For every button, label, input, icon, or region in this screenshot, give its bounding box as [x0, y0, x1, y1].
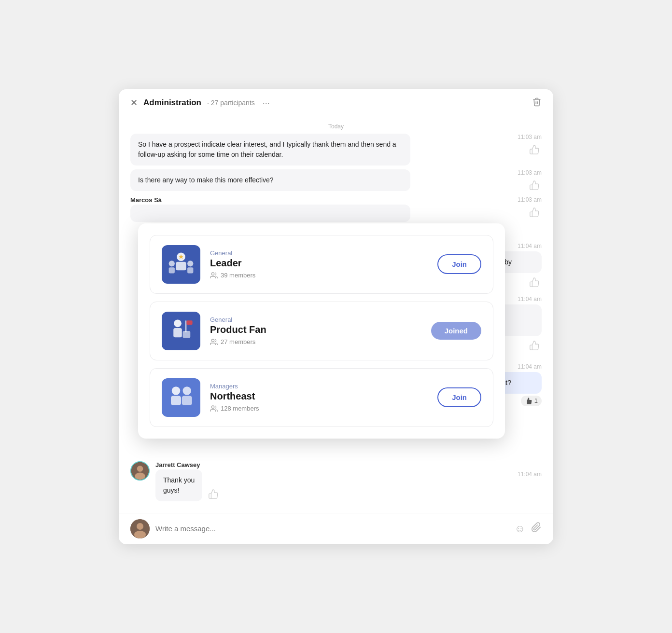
svg-point-13 — [211, 339, 214, 342]
like-count: 1 — [521, 396, 542, 406]
group-icon-leader — [162, 245, 200, 284]
like-button[interactable] — [527, 142, 542, 157]
message-row: So I have a prospect indicate clear inte… — [130, 134, 542, 165]
message-row: Is there any way to make this more effec… — [130, 169, 542, 193]
svg-rect-5 — [187, 267, 193, 273]
svg-point-4 — [187, 261, 193, 266]
join-leader-button[interactable]: Join — [437, 254, 481, 274]
group-icon-product-fan — [162, 312, 200, 350]
message-time: 11:04 am — [518, 296, 542, 303]
message-bubble — [130, 205, 410, 222]
group-item-product-fan: General Product Fan 27 members Joined — [150, 302, 493, 360]
message-bubble: Is there any way to make this more effec… — [130, 169, 410, 191]
chat-window: ✕ Administration · 27 participants ··· T… — [119, 89, 553, 544]
svg-rect-11 — [186, 320, 192, 325]
group-name: Leader — [210, 258, 428, 269]
message-time: 11:03 am — [518, 196, 542, 203]
group-join-popup: General Leader 39 members Join — [138, 223, 505, 439]
svg-rect-10 — [185, 320, 187, 332]
message-time: 11:04 am — [518, 471, 542, 478]
message-input[interactable] — [155, 524, 509, 533]
group-item-leader: General Leader 39 members Join — [150, 235, 493, 294]
group-icon-northeast — [162, 378, 200, 417]
svg-point-23 — [137, 523, 143, 530]
svg-point-16 — [183, 386, 192, 395]
group-info-northeast: Managers Northeast 128 members — [210, 383, 428, 413]
group-item-northeast: Managers Northeast 128 members Join — [150, 368, 493, 427]
group-category: General — [210, 249, 428, 257]
svg-rect-15 — [171, 396, 181, 405]
group-info-leader: General Leader 39 members — [210, 249, 428, 279]
like-button[interactable] — [527, 338, 542, 353]
attachment-button[interactable] — [531, 522, 542, 536]
close-button[interactable]: ✕ — [130, 97, 138, 108]
message-row: Marcos Sá 11:03 am — [130, 196, 542, 222]
input-avatar — [130, 519, 150, 538]
group-name: Northeast — [210, 391, 428, 402]
svg-rect-3 — [169, 267, 175, 273]
message-bubble: So I have a prospect indicate clear inte… — [130, 134, 410, 165]
svg-rect-12 — [183, 331, 191, 338]
group-members: 39 members — [210, 272, 428, 279]
message-time: 11:03 am — [518, 134, 542, 140]
emoji-button[interactable]: ☺ — [515, 523, 525, 535]
svg-rect-9 — [173, 328, 182, 337]
svg-point-18 — [211, 406, 214, 408]
joined-product-fan-button[interactable]: Joined — [431, 322, 481, 340]
group-category: General — [210, 316, 421, 323]
more-options-button[interactable]: ··· — [263, 98, 270, 108]
svg-rect-17 — [182, 396, 192, 405]
chat-title: Administration — [143, 98, 201, 108]
delete-button[interactable] — [532, 97, 542, 109]
svg-point-8 — [174, 319, 182, 327]
date-divider: Today — [130, 117, 542, 134]
message-time: 11:04 am — [518, 243, 542, 249]
group-members: 27 members — [210, 338, 421, 346]
like-button[interactable] — [527, 275, 542, 289]
group-name: Product Fan — [210, 324, 421, 335]
svg-rect-1 — [176, 261, 186, 270]
message-time: 11:04 am — [518, 363, 542, 370]
group-category: Managers — [210, 383, 428, 390]
like-button[interactable] — [206, 487, 221, 501]
svg-point-2 — [169, 261, 175, 266]
message-time: 11:03 am — [518, 169, 542, 176]
chat-header: ✕ Administration · 27 participants ··· — [119, 89, 553, 117]
group-info-product-fan: General Product Fan 27 members — [210, 316, 421, 346]
svg-point-20 — [137, 466, 143, 472]
message-row-jarrett: Jarrett Cawsey Thank youguys! 11:04 am — [130, 461, 542, 501]
avatar-jarrett — [130, 461, 150, 481]
svg-point-21 — [135, 472, 145, 479]
sender-name: Jarrett Cawsey — [155, 461, 512, 468]
like-button[interactable] — [527, 205, 542, 220]
sender-name: Marcos Sá — [130, 196, 512, 204]
participants-count: · 27 participants — [207, 99, 255, 107]
chat-body: Today So I have a prospect indicate clea… — [119, 117, 553, 513]
svg-point-14 — [172, 386, 181, 395]
svg-point-24 — [134, 531, 146, 538]
message-bubble: Thank youguys! — [155, 469, 202, 501]
chat-input-row: ☺ — [119, 513, 553, 544]
join-northeast-button[interactable]: Join — [437, 387, 481, 407]
group-members: 128 members — [210, 405, 428, 413]
svg-point-7 — [211, 273, 214, 275]
like-button[interactable] — [527, 178, 542, 193]
